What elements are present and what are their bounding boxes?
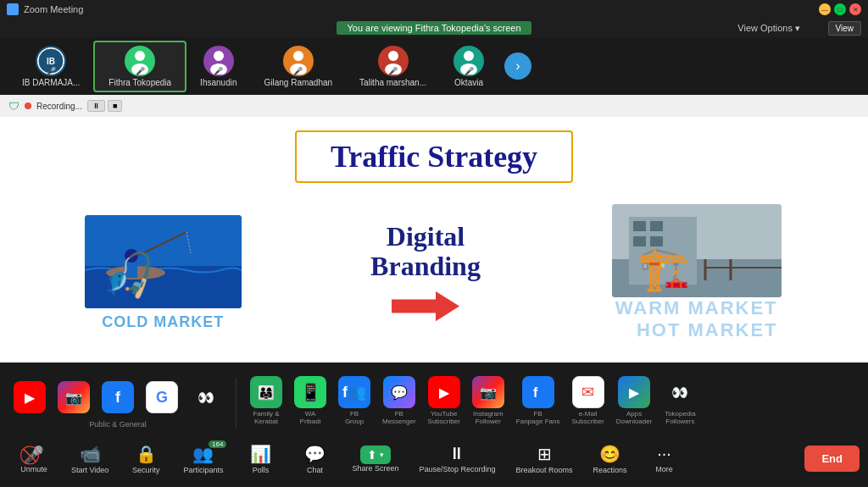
facebook-icon: f <box>102 381 134 413</box>
participant-talitha[interactable]: Talitha marshan... 🎤 <box>346 42 440 91</box>
polls-button[interactable]: 📊 Polls <box>235 440 286 478</box>
more-icon: ··· <box>657 444 671 463</box>
play-store-icon-item[interactable]: ▶ AppsDownloader <box>611 373 658 429</box>
instagram-icon-item[interactable]: 📷 <box>53 378 95 418</box>
svg-rect-16 <box>125 263 137 278</box>
security-button[interactable]: 🔒 Security <box>120 440 171 478</box>
mic-muted-icon: 🎤 <box>465 67 474 75</box>
warm-hot-market-section: WARM MARKET HOT MARKET <box>604 204 790 341</box>
play-store-icon: ▶ <box>618 376 650 408</box>
slide-body: COLD MARKET DigitalBranding <box>0 183 868 362</box>
record-indicator <box>25 102 31 109</box>
gmail-icon-item[interactable]: ✉ e-MailSubscriber <box>566 373 609 429</box>
share-screen-icon: ⬆ <box>367 448 377 462</box>
next-participants-button[interactable]: › <box>504 53 531 80</box>
participant-oktavia[interactable]: Oktavia 🎤 <box>440 42 498 91</box>
breakout-icon: ⊞ <box>537 444 552 464</box>
start-video-button[interactable]: 📹 Start Video <box>63 440 117 478</box>
close-button[interactable]: ✕ <box>849 3 861 15</box>
shield-icon: 🛡 <box>8 100 19 113</box>
maximize-button[interactable]: □ <box>834 3 846 15</box>
recording-label: Recording... <box>36 102 82 111</box>
youtube-icon: ▶ <box>14 381 46 413</box>
mic-muted-icon: 🎤 <box>388 67 398 75</box>
family-icon-item[interactable]: 👨‍👩‍👧 Family &Kerabat <box>245 373 287 429</box>
more-button[interactable]: ··· More <box>639 440 690 477</box>
toolbar: 🎤 ⃠ Unmute 📹 Start Video 🔒 Security 👥 16… <box>0 430 868 487</box>
left-icons-group: ▶ 📷 f G 👀 <box>8 378 227 429</box>
gmail-icon: ✉ <box>572 376 604 408</box>
fishing-image <box>85 215 242 308</box>
share-screen-label: Share Screen <box>352 464 398 473</box>
reactions-icon: 😊 <box>599 444 620 464</box>
chat-icon: 💬 <box>304 444 326 464</box>
participant-ihsanudin[interactable]: Ihsanudin 🎤 <box>186 42 250 91</box>
mic-muted-icon: 🎤 <box>293 67 303 75</box>
digital-branding-text: DigitalBranding <box>370 222 481 281</box>
security-icon: 🔒 <box>136 444 157 464</box>
family-label: Family &Kerabat <box>253 410 279 425</box>
owl-icon-item[interactable]: 👀 <box>185 378 227 418</box>
reactions-label: Reactions <box>593 466 627 474</box>
participant-gilang[interactable]: Gilang Ramadhan 🎤 <box>250 42 346 91</box>
notification-text: You are viewing Fithra Tokopedia's scree… <box>337 21 531 35</box>
slide-title: Traffic Strategy <box>331 140 537 174</box>
video-icon: 📹 <box>80 444 101 464</box>
participant-name: Talitha marshan... <box>359 78 426 87</box>
participant-name: IB DARMAJA... <box>22 78 80 87</box>
window-controls: — □ ✕ <box>819 3 861 15</box>
fb-fanpage-icon-item[interactable]: f FBFanpage Fans <box>511 373 565 429</box>
fb-group-label: FBGroup <box>345 410 364 425</box>
view-options-button[interactable]: View Options ▾ <box>737 23 800 34</box>
polls-icon: 📊 <box>250 444 271 464</box>
share-screen-button[interactable]: ⬆ ▾ Share Screen <box>343 442 407 476</box>
more-label: More <box>655 465 673 473</box>
chat-button[interactable]: 💬 Chat <box>289 440 340 478</box>
facebook-icon-item[interactable]: f <box>97 378 139 418</box>
unmute-label: Unmute <box>20 465 47 473</box>
participant-ib-darmaja[interactable]: IB IB DARMAJA... 🎤 <box>8 42 93 91</box>
minimize-button[interactable]: — <box>819 3 831 15</box>
tokopedia-owl-icon: 👀 <box>190 381 222 413</box>
fb-group-icon: f👥 <box>338 376 370 408</box>
title-bar: Zoom Meeting — □ ✕ <box>0 0 868 19</box>
participant-name: Gilang Ramadhan <box>264 78 332 87</box>
messenger-icon-item[interactable]: 💬 FBMessenger <box>377 373 421 429</box>
reactions-button[interactable]: 😊 Reactions <box>585 440 636 478</box>
pause-recording-button[interactable]: ⏸ Pause/Stop Recording <box>410 440 504 477</box>
instagram-icon: 📷 <box>58 381 90 413</box>
participant-fithra[interactable]: Fithra Tokopedia 🎤 <box>93 41 186 92</box>
messenger-icon: 💬 <box>383 376 415 408</box>
svg-marker-19 <box>392 291 459 321</box>
app-title: Zoom Meeting <box>24 4 819 14</box>
participants-button[interactable]: 👥 164 Participants <box>175 440 231 478</box>
fb-group-icon-item[interactable]: f👥 FBGroup <box>333 373 376 429</box>
recording-bar: 🛡 Recording... ⏸ ■ <box>0 95 868 117</box>
breakout-rooms-button[interactable]: ⊞ Breakout Rooms <box>508 440 581 478</box>
play-store-label: AppsDownloader <box>616 410 653 425</box>
ig-follower-icon-item[interactable]: 📷 InstagramFollower <box>467 373 509 429</box>
svg-point-15 <box>125 249 138 263</box>
google-icon-item[interactable]: G <box>141 378 183 418</box>
svg-point-14 <box>106 266 165 279</box>
app-icon <box>7 3 19 15</box>
tokopedia-icon: 👀 <box>664 376 696 408</box>
ig-follower-label: InstagramFollower <box>473 410 504 425</box>
view-button[interactable]: View <box>828 21 862 36</box>
yt-subscriber-icon-item[interactable]: ▶ YouTubeSubscriber <box>423 373 465 429</box>
svg-rect-25 <box>633 236 646 246</box>
recording-controls[interactable]: ⏸ ■ <box>87 100 122 112</box>
warm-market-label: WARM MARKET <box>615 297 778 319</box>
public-general-label: Public & General <box>89 420 147 429</box>
end-button[interactable]: End <box>804 445 860 472</box>
unmute-button[interactable]: 🎤 ⃠ Unmute <box>8 441 59 477</box>
whatsapp-icon-item[interactable]: 📱 WAPribadi <box>289 373 331 429</box>
stop-recording-button[interactable]: ■ <box>108 100 122 112</box>
participants-bar: IB IB DARMAJA... 🎤 Fithra Tokopedia 🎤 Ih… <box>0 37 868 95</box>
security-label: Security <box>132 466 160 474</box>
google-icon: G <box>146 381 178 413</box>
pause-recording-button[interactable]: ⏸ <box>87 100 105 112</box>
mic-muted-icon: 🎤 <box>214 67 223 75</box>
youtube-icon-item[interactable]: ▶ <box>8 378 51 418</box>
tokopedia-icon-item[interactable]: 👀 TokopediaFollowers <box>659 373 701 429</box>
